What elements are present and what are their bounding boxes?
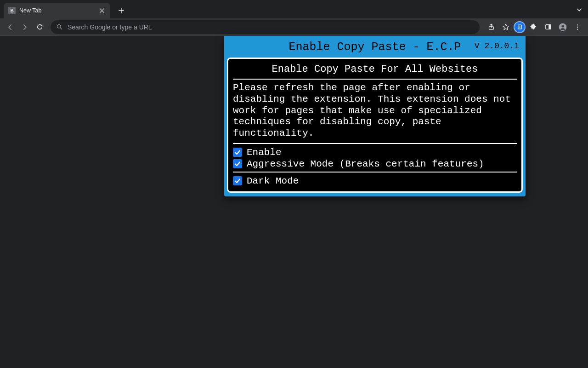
toolbar bbox=[0, 18, 588, 36]
extension-title: Enable Copy Paste - E.C.P bbox=[288, 40, 461, 54]
divider bbox=[233, 172, 517, 172]
dark-mode-checkbox[interactable] bbox=[233, 176, 242, 185]
side-panel-icon[interactable] bbox=[541, 20, 555, 34]
close-tab-icon[interactable] bbox=[98, 7, 106, 14]
tab-favicon: B bbox=[8, 7, 16, 14]
aggressive-checkbox[interactable] bbox=[233, 159, 242, 168]
extension-version: V 2.0.0.1 bbox=[475, 41, 519, 51]
enable-checkbox[interactable] bbox=[233, 148, 242, 157]
toolbar-actions bbox=[484, 20, 584, 34]
divider bbox=[233, 143, 517, 144]
menu-dots-icon[interactable] bbox=[571, 20, 584, 34]
page-content: Enable Copy Paste - E.C.P V 2.0.0.1 Enab… bbox=[0, 36, 588, 368]
tab-strip: B New Tab bbox=[0, 0, 588, 18]
new-tab-button[interactable] bbox=[115, 4, 128, 17]
extension-popup: Enable Copy Paste - E.C.P V 2.0.0.1 Enab… bbox=[224, 36, 526, 196]
reload-button[interactable] bbox=[33, 21, 46, 34]
extension-description: Please refresh the page after enabling o… bbox=[233, 82, 517, 143]
address-input[interactable] bbox=[68, 23, 474, 31]
forward-button[interactable] bbox=[18, 21, 31, 34]
extension-subtitle: Enable Copy Paste For All Websites bbox=[233, 62, 517, 79]
aggressive-label: Aggressive Mode (Breaks certain features… bbox=[247, 159, 484, 169]
extension-popup-body: Enable Copy Paste For All Websites Pleas… bbox=[227, 58, 523, 193]
search-icon bbox=[56, 23, 63, 30]
extension-popup-header: Enable Copy Paste - E.C.P V 2.0.0.1 bbox=[227, 39, 523, 58]
active-extension-icon[interactable] bbox=[514, 21, 526, 33]
browser-tab[interactable]: B New Tab bbox=[4, 3, 110, 18]
option-dark-row: Dark Mode bbox=[233, 175, 517, 187]
bookmark-star-icon[interactable] bbox=[499, 20, 513, 34]
omnibox[interactable] bbox=[51, 20, 480, 34]
svg-point-7 bbox=[577, 24, 578, 25]
profile-avatar-icon[interactable] bbox=[556, 20, 570, 34]
enable-label: Enable bbox=[247, 147, 282, 158]
svg-point-8 bbox=[577, 26, 578, 27]
svg-point-9 bbox=[577, 29, 578, 29]
extensions-puzzle-icon[interactable] bbox=[526, 20, 540, 34]
share-icon[interactable] bbox=[484, 20, 498, 34]
tab-title: New Tab bbox=[19, 7, 95, 14]
svg-point-6 bbox=[561, 25, 564, 27]
svg-rect-4 bbox=[548, 25, 551, 29]
back-button[interactable] bbox=[4, 21, 17, 34]
divider bbox=[233, 79, 517, 80]
tabs-dropdown-icon[interactable] bbox=[576, 6, 582, 13]
option-enable-row: Enable bbox=[233, 147, 517, 158]
dark-mode-label: Dark Mode bbox=[247, 176, 299, 186]
option-aggressive-row: Aggressive Mode (Breaks certain features… bbox=[233, 158, 517, 170]
svg-point-0 bbox=[57, 25, 61, 29]
